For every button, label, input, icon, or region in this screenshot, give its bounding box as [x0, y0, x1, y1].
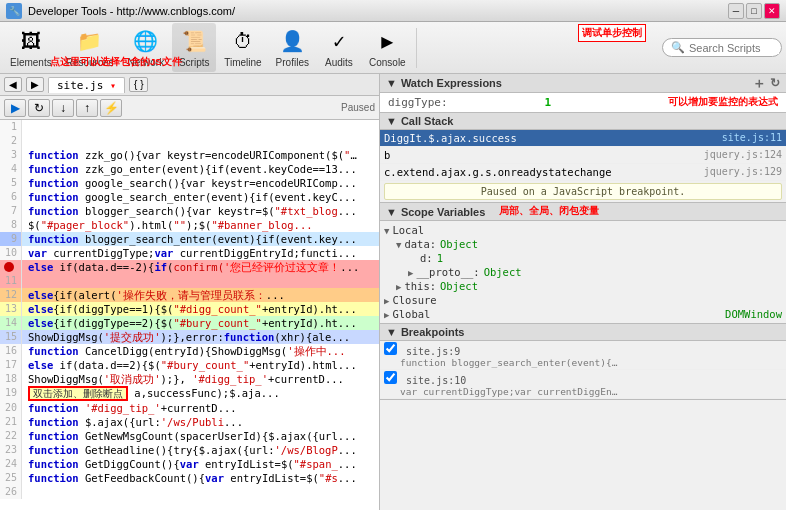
maximize-button[interactable]: □: [746, 3, 762, 19]
scope-expand-icon[interactable]: ▼: [384, 226, 389, 236]
right-panel: ▼ Watch Expressions ＋ ↻ diggType: 1 可以增加…: [380, 74, 786, 510]
breakpoint-file-row: site.js:9: [384, 342, 782, 357]
scope-this-value: Object: [440, 280, 478, 292]
file-select-annotation: 点这里可以选择包含的JS文件: [50, 56, 182, 69]
left-panel: ◀ ▶ site.js ▾ { } 点这里可以选择包含的JS文件 ▶ ↻ ↓ ↑…: [0, 74, 380, 510]
timeline-icon: ⏱: [229, 27, 257, 55]
main-area: ◀ ▶ site.js ▾ { } 点这里可以选择包含的JS文件 ▶ ↻ ↓ ↑…: [0, 74, 786, 510]
next-file-button[interactable]: ▶: [26, 77, 44, 92]
callstack-file: jquery.js:129: [704, 166, 782, 177]
watch-add-button[interactable]: ＋: [752, 76, 766, 90]
breakpoint-code: var currentDiggType;var currentDiggEntry…: [400, 386, 620, 397]
callstack-item-active[interactable]: DiggIt.$.ajax.success site.js:11: [380, 130, 786, 147]
watch-item: diggType: 1 可以增加要监控的表达式: [384, 95, 782, 110]
breakpoints-title: Breakpoints: [401, 326, 465, 338]
callstack-arrow-icon: ▼: [386, 115, 397, 127]
callstack-item[interactable]: b jquery.js:124: [380, 147, 786, 164]
profiles-icon: 👤: [278, 27, 306, 55]
minimize-button[interactable]: ─: [728, 3, 744, 19]
scope-global-group: ▶ Global DOMWindow: [384, 307, 782, 321]
code-line: 14else{if(diggType==2){$("#bury_count_"+…: [0, 316, 379, 330]
call-stack-section: ▼ Call Stack DiggIt.$.ajax.success site.…: [380, 113, 786, 203]
timeline-label: Timeline: [224, 57, 261, 68]
watch-key: diggType:: [388, 96, 448, 109]
breakpoints-content: site.js:9 function blogger_search_enter(…: [380, 341, 786, 399]
scope-closure-expand-icon[interactable]: ▶: [384, 296, 389, 306]
close-button[interactable]: ✕: [764, 3, 780, 19]
scope-local-group: ▼ Local: [384, 223, 782, 237]
audits-label: Audits: [325, 57, 353, 68]
code-line-annotation: 19双击添加、删除断点 a,successFunc);$.aja...: [0, 386, 379, 401]
code-line: 9function blogger_search_enter(event){if…: [0, 232, 379, 246]
callstack-name: c.extend.ajax.g.s.onreadystatechange: [384, 166, 612, 178]
watch-arrow-icon: ▼: [386, 77, 397, 89]
deactivate-button[interactable]: ⚡: [100, 99, 122, 117]
call-stack-title: Call Stack: [401, 115, 454, 127]
breakpoint-checkbox[interactable]: [384, 342, 397, 355]
callstack-item[interactable]: c.extend.ajax.g.s.onreadystatechange jqu…: [380, 164, 786, 181]
audits-tab[interactable]: ✓ Audits: [317, 23, 361, 72]
scope-this-expand-icon[interactable]: ▶: [396, 282, 401, 292]
file-tab[interactable]: site.js ▾: [48, 77, 125, 93]
breakpoint-item: site.js:10 var currentDiggType;var curre…: [380, 370, 786, 399]
search-scripts-input[interactable]: [689, 42, 779, 54]
filename: site.js: [57, 79, 103, 92]
scope-local-items: ▼ data: Object d: 1 ▶ __proto__:: [396, 237, 782, 293]
paused-label: Paused: [341, 102, 375, 113]
scope-variables-section: ▼ Scope Variables 局部、全局、闭包变量 ▼ Local ▼ d…: [380, 203, 786, 324]
continue-button[interactable]: ▶: [4, 99, 26, 117]
watch-expressions-header[interactable]: ▼ Watch Expressions ＋ ↻: [380, 74, 786, 93]
timeline-tab[interactable]: ⏱ Timeline: [218, 23, 267, 72]
breakpoints-arrow-icon: ▼: [386, 326, 397, 338]
audits-icon: ✓: [325, 27, 353, 55]
scripts-label: Scripts: [179, 57, 210, 68]
scope-proto-item: ▶ __proto__: Object: [408, 265, 782, 279]
code-line: 18ShowDiggMsg('取消成功');}, '#digg_tip_'+cu…: [0, 372, 379, 386]
code-line: 2: [0, 134, 379, 148]
prev-file-button[interactable]: ◀: [4, 77, 22, 92]
breakpoint-checkbox[interactable]: [384, 371, 397, 384]
scope-closure-label: Closure: [392, 294, 436, 306]
toolbar-divider: [416, 28, 417, 68]
code-line: 23function GetHeadline(){try{$.ajax({url…: [0, 443, 379, 457]
scope-variables-content: ▼ Local ▼ data: Object d: 1: [380, 221, 786, 323]
callstack-file: jquery.js:124: [704, 149, 782, 160]
code-line: 17else if(data.d==2){$("#bury_count_"+en…: [0, 358, 379, 372]
code-line-current: 15ShowDiggMsg('提交成功');},error:function(x…: [0, 330, 379, 344]
title-bar: 🔧 Developer Tools - http://www.cnblogs.c…: [0, 0, 786, 22]
scope-d-key: d:: [420, 252, 433, 264]
code-line: 24function GetDiggCount(){var entryIdLis…: [0, 457, 379, 471]
breakpoint-code: function blogger_search_enter(event){if(…: [400, 357, 620, 368]
watch-expressions-section: ▼ Watch Expressions ＋ ↻ diggType: 1 可以增加…: [380, 74, 786, 113]
scope-global-label: Global: [392, 308, 430, 320]
scope-data-value: Object: [440, 238, 478, 250]
code-line: 1: [0, 120, 379, 134]
code-line: 13else{if(diggType==1){$("#digg_count_"+…: [0, 302, 379, 316]
watch-expressions-content: diggType: 1 可以增加要监控的表达式: [380, 93, 786, 112]
watch-refresh-button[interactable]: ↻: [770, 76, 780, 90]
breakpoints-header[interactable]: ▼ Breakpoints: [380, 324, 786, 341]
callstack-name: b: [384, 149, 390, 161]
scope-data-children: d: 1 ▶ __proto__: Object: [408, 251, 782, 279]
code-line: 21function $.ajax({url:'/ws/Publi...: [0, 415, 379, 429]
scope-arrow-icon: ▼: [386, 206, 397, 218]
step-into-button[interactable]: ↓: [52, 99, 74, 117]
step-out-button[interactable]: ↑: [76, 99, 98, 117]
step-over-button[interactable]: ↻: [28, 99, 50, 117]
code-area[interactable]: 1 2 3function zzk_go(){var keystr=encode…: [0, 120, 379, 510]
scope-variables-header[interactable]: ▼ Scope Variables 局部、全局、闭包变量: [380, 203, 786, 221]
search-scripts-box[interactable]: 🔍: [662, 38, 782, 57]
scope-proto-expand-icon[interactable]: ▶: [408, 268, 413, 278]
profiles-tab[interactable]: 👤 Profiles: [270, 23, 315, 72]
scripts-icon: 📜: [180, 27, 208, 55]
file-format-button[interactable]: { }: [129, 77, 148, 92]
scope-this-item: ▶ this: Object: [396, 279, 782, 293]
code-line: 20function '#digg_tip_'+currentD...: [0, 401, 379, 415]
console-tab[interactable]: ▶ Console: [363, 23, 412, 72]
elements-label: Elements: [10, 57, 52, 68]
scope-data-expand-icon[interactable]: ▼: [396, 240, 401, 250]
scope-global-expand-icon[interactable]: ▶: [384, 310, 389, 320]
call-stack-header[interactable]: ▼ Call Stack: [380, 113, 786, 130]
console-icon: ▶: [373, 27, 401, 55]
code-line: 6function google_search_enter(event){if(…: [0, 190, 379, 204]
